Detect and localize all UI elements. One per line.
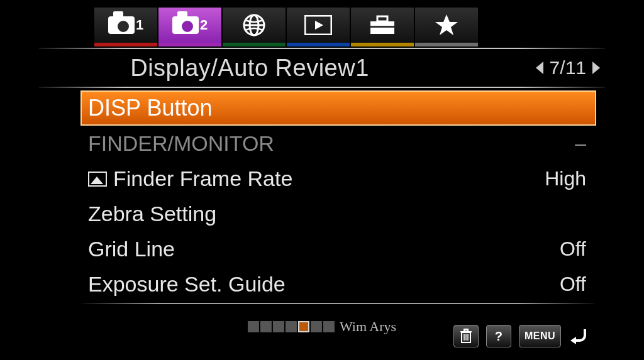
chevron-left-icon[interactable]	[536, 62, 543, 74]
return-icon	[569, 325, 590, 347]
menu-item-label: DISP Button	[88, 95, 586, 121]
menu-item-value: Off	[560, 273, 586, 296]
menu-item-exposure-set-guide[interactable]: Exposure Set. Guide Off	[82, 266, 595, 302]
menu-item-value: –	[575, 132, 586, 155]
tab-network[interactable]	[223, 8, 286, 43]
trash-icon	[460, 329, 472, 344]
page-title: Display/Auto Review1	[0, 55, 499, 82]
menu-item-label: Exposure Set. Guide	[88, 272, 560, 297]
tab-favorites[interactable]	[415, 8, 478, 43]
divider	[39, 87, 605, 88]
menu-button[interactable]: MENU	[519, 325, 561, 347]
tab-playback[interactable]	[287, 8, 350, 43]
svg-rect-7	[370, 26, 394, 28]
menu-item-label: FINDER/MONITOR	[88, 131, 575, 156]
menu-item-zebra-setting[interactable]: Zebra Setting	[82, 196, 595, 231]
tab-number: 1	[136, 17, 143, 33]
menu-item-finder-monitor: FINDER/MONITOR –	[82, 126, 595, 161]
pager[interactable]: 7/11	[499, 57, 600, 79]
camera-icon	[172, 16, 199, 34]
picture-icon	[88, 172, 107, 187]
tab-number: 2	[200, 17, 208, 33]
menu-item-grid-line[interactable]: Grid Line Off	[82, 231, 595, 266]
tab-camera1[interactable]: 1	[94, 8, 157, 43]
toolbox-icon	[369, 14, 396, 36]
playback-icon	[304, 15, 332, 35]
menu-item-value: Off	[560, 237, 586, 261]
pager-text: 7/11	[550, 57, 586, 79]
tab-camera2[interactable]: 2	[158, 8, 221, 43]
svg-marker-15	[570, 337, 576, 344]
menu-item-finder-frame-rate[interactable]: Finder Frame Rate High	[82, 161, 595, 196]
svg-marker-8	[435, 14, 458, 35]
menu-list: DISP Button FINDER/MONITOR – Finder Fram…	[82, 90, 595, 302]
help-button[interactable]: ?	[486, 325, 511, 347]
menu-item-label: Grid Line	[88, 237, 560, 261]
tab-strip: 1 2	[0, 0, 644, 43]
menu-button-label: MENU	[525, 330, 555, 342]
menu-item-label: Finder Frame Rate	[88, 166, 545, 191]
tab-underlines	[0, 43, 644, 46]
menu-item-disp-button[interactable]: DISP Button	[80, 90, 596, 126]
menu-item-value: High	[545, 167, 586, 190]
camera-icon	[108, 16, 135, 34]
back-button[interactable]	[569, 325, 590, 347]
svg-marker-4	[315, 21, 323, 30]
chevron-right-icon[interactable]	[592, 62, 600, 74]
page-header: Display/Auto Review1 7/11	[0, 49, 644, 87]
footer-bar: Wim Arys ? MENU	[0, 322, 644, 350]
help-icon: ?	[495, 329, 502, 344]
svg-rect-6	[377, 16, 387, 21]
tab-setup[interactable]	[351, 8, 414, 43]
trash-button[interactable]	[453, 325, 479, 347]
watermark: Wim Arys	[248, 319, 396, 335]
divider	[82, 303, 595, 304]
globe-icon	[242, 13, 267, 38]
watermark-text: Wim Arys	[340, 319, 396, 335]
menu-item-label: Zebra Setting	[88, 202, 586, 226]
star-icon	[434, 13, 459, 38]
svg-rect-11	[464, 329, 468, 331]
